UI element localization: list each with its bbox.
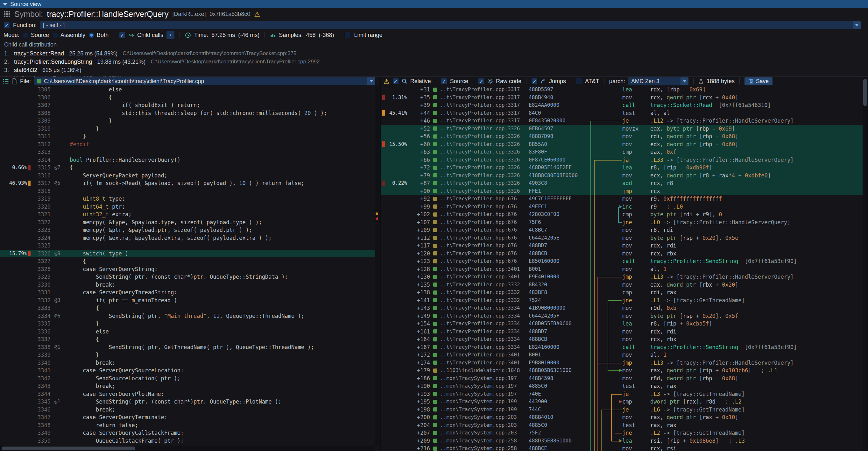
source-line[interactable]: 3338@1 SendString( ptr, GetThreadName( p… [0,343,375,351]
asm-source-location[interactable]: ..t\TracyProfiler.hpp:676 [433,242,529,250]
asm-row[interactable]: +102..t\TracyProfiler.hpp:67642803C0F00c… [381,211,863,218]
asm-source-location[interactable]: ..mon\TracySystem.cpp:199 [433,406,529,414]
asm-source-location[interactable]: ..t\TracyProfiler.cpp:3326 [433,141,529,148]
asm-source-location[interactable]: ..1103\include\atomic:1048 [433,367,529,374]
source-line[interactable]: 3318 [0,187,375,195]
source-line[interactable]: 3325 [0,242,375,250]
asm-row[interactable]: +123..t\TracyProfiler.hpp:676E850160000c… [381,257,863,265]
asm-source-location[interactable]: ..t\TracyProfiler.cpp:3326 [433,125,529,133]
asm-source-location[interactable]: ..t\TracyProfiler.hpp:676 [433,203,529,211]
asm-source-location[interactable]: ..t\TracyProfiler.cpp:3326 [433,132,529,141]
child-call-entry[interactable]: 1.tracy::Socket::Read25.25 ms (54.89%)C:… [4,49,864,58]
asm-source-location[interactable]: ..mon\TracySystem.cpp:197 [433,374,529,383]
source-line[interactable]: 3327 { [0,257,375,265]
function-combo[interactable]: [ - self - ] [40,21,861,29]
source-line[interactable]: 3329 SendString( ptr, (const char*)ptr, … [0,273,375,281]
asm-row[interactable]: +195..mon\TracySystem.cpp:199443900cmpdw… [381,398,863,406]
file-combo-arrow[interactable] [367,78,375,85]
asm-row[interactable]: +79..t\TracyProfiler.cpp:3326418B8C80E0B… [381,172,863,180]
source-checkbox[interactable]: ✓ [441,78,447,84]
source-line[interactable]: 3313 [0,148,375,156]
source-line[interactable]: 3321 uint32_t extra; [0,211,375,218]
source-line[interactable]: 3348 return false; [0,421,375,429]
asm-source-location[interactable]: ..t\TracyProfiler.hpp:676 [433,218,529,227]
source-line[interactable]: 3319 uint8_t type; [0,195,375,203]
asm-row[interactable]: +39..t\TracyProfiler.cpp:3317E824AA0000c… [381,101,863,109]
uarch-combo[interactable]: AMD Zen 3 [628,78,688,85]
asm-source-location[interactable]: ..t\TracyProfiler.cpp:3317 [433,109,529,117]
asm-row[interactable]: +138..t\TracyProfiler.cpp:3332483BF8cmpr… [381,289,863,297]
function-checkbox[interactable]: ✓ [3,22,10,28]
asm-source-location[interactable]: ..t\TracyProfiler.hpp:676 [433,250,529,258]
source-line[interactable]: 3324 memcpy( &extra, &payload.extra, siz… [0,234,375,242]
asm-row[interactable]: 15.50%+60..t\TracyProfiler.cpp:33268B55A… [381,141,863,148]
source-line[interactable]: 3347 case ServerQueryTerminate: [0,413,375,421]
source-line[interactable]: 3309 } [0,117,375,125]
source-line[interactable]: 3346 break; [0,406,375,414]
asm-source-location[interactable]: ..t\TracyProfiler.hpp:676 [433,234,529,242]
asm-row[interactable]: +216..mon\TracySystem.cpp:258488BCEmovrc… [381,445,863,451]
asm-source-location[interactable]: ..mon\TracySystem.cpp:197 [433,390,529,398]
source-line[interactable]: 3341 case ServerQuerySourceLocation: [0,367,375,374]
jumps-checkbox[interactable]: ✓ [531,78,537,84]
asm-source-location[interactable]: ..t\TracyProfiler.cpp:3317 [433,117,529,125]
asm-row[interactable]: 0.22%+87..t\TracyProfiler.cpp:33264903C8… [381,179,863,187]
source-line[interactable]: 46.93%3317@5 if( !m_sock->Read( &payload… [0,179,375,187]
asm-source-location[interactable]: ..t\TracyProfiler.cpp:3326 [433,172,529,180]
source-line[interactable]: 3323 memcpy( &ptr, &payload.ptr, sizeof(… [0,226,375,234]
asm-row[interactable]: +128..t\TracyProfiler.cpp:3401B001moval,… [381,265,863,273]
source-line[interactable]: 3334@6 SendString( ptr, "Main thread", 1… [0,312,375,320]
asm-source-location[interactable]: ..t\TracyProfiler.cpp:3326 [433,187,529,195]
asm-row[interactable]: +120..t\TracyProfiler.hpp:676488BCBmovrc… [381,250,863,258]
radio-assembly[interactable]: Assembly [52,32,85,38]
source-line[interactable]: 3320 uint64_t ptr; [0,203,375,211]
source-line[interactable]: 3306 { [0,94,375,101]
child-calls-checkbox[interactable]: ✓ [119,32,125,38]
asm-source-location[interactable]: ..mon\TracySystem.cpp:203 [433,421,529,429]
asm-row[interactable]: +92..t\TracyProfiler.hpp:67649C7C1FFFFFF… [381,195,863,203]
source-line[interactable]: 3311 } [0,132,375,141]
asm-source-location[interactable]: ..mon\TracySystem.cpp:258 [433,437,529,445]
asm-source-location[interactable]: ..t\TracyProfiler.cpp:3334 [433,343,529,351]
limit-range-checkbox[interactable] [344,32,351,38]
asm-source-location[interactable]: ..t\TracyProfiler.cpp:3334 [433,320,529,328]
source-line[interactable]: 3330 break; [0,281,375,289]
child-call-entry[interactable]: 3.stat64i32625 μs (1.36%) [4,66,864,74]
asm-row[interactable]: +161..t\TracyProfiler.cpp:3334488BD7movr… [381,328,863,336]
asm-source-location[interactable]: ..t\TracyProfiler.cpp:3332 [433,289,529,297]
source-vertical-scrollbar[interactable] [375,86,379,446]
source-line[interactable]: 3308 std::this_thread::sleep_for( std::c… [0,109,375,117]
asm-row[interactable]: +200..mon\TracySystem.cpp:203488B4010mov… [381,413,863,421]
asm-row[interactable]: +52..t\TracyProfiler.cpp:33260FB64597mov… [381,125,863,133]
asm-source-location[interactable]: ..t\TracyProfiler.hpp:676 [433,211,529,218]
source-line[interactable]: 3333 { [0,304,375,312]
asm-row[interactable]: +141..t\TracyProfiler.cpp:33327524jne.L1… [381,297,863,304]
asm-source-location[interactable]: ..t\TracyProfiler.hpp:676 [433,257,529,265]
source-line[interactable]: 3345@1 SendString( ptr, (const char*)ptr… [0,398,375,406]
source-line[interactable]: 3314bool Profiler::HandleServerQuery() [0,156,375,164]
source-line[interactable]: 3350 QueueCallstackFrame( ptr ); [0,437,375,445]
asm-row[interactable]: +63..t\TracyProfiler.cpp:332683F80Fcmpea… [381,148,863,156]
source-line[interactable]: 0.66%3315@7{ [0,164,375,172]
asm-row[interactable]: 1.31%+35..t\TracyProfiler.cpp:3317488B49… [381,94,863,101]
asm-row[interactable]: +204..mon\TracySystem.cpp:2034885C0testr… [381,421,863,429]
source-line[interactable]: 3340 break; [0,359,375,367]
asm-source-location[interactable]: ..t\TracyProfiler.cpp:3334 [433,335,529,343]
source-line[interactable]: 3316 ServerQueryPacket payload; [0,172,375,180]
child-call-entry[interactable]: 4.KeSynchronizeExecution125 μs (0.27%) [4,74,864,77]
asm-row[interactable]: +207..mon\TracySystem.cpp:20375F2jne.L2 … [381,429,863,437]
source-line[interactable]: 3305 else [0,86,375,94]
asm-source-location[interactable]: ..t\TracyProfiler.cpp:3401 [433,359,529,367]
asm-row[interactable]: 45.41%+44..t\TracyProfiler.cpp:331784C0t… [381,109,863,117]
att-checkbox[interactable] [576,78,582,84]
asm-source-location[interactable]: ..t\TracyProfiler.cpp:3401 [433,351,529,359]
asm-row[interactable]: +193..mon\TracySystem.cpp:197740Eje.L3 -… [381,390,863,398]
asm-source-location[interactable]: ..t\TracyProfiler.cpp:3326 [433,179,529,187]
file-combo[interactable]: C:\Users\wolf\Desktop\darkrl\contrib\tra… [34,78,375,85]
source-line[interactable]: 3337 { [0,335,375,343]
source-line[interactable]: 3312#endif [0,141,375,148]
asm-row[interactable]: +179..1103\include\atomic:1048488B05B63C… [381,367,863,374]
asm-row[interactable]: +66..t\TracyProfiler.cpp:33260F87CE06000… [381,156,863,164]
asm-source-location[interactable]: ..t\TracyProfiler.cpp:3326 [433,156,529,164]
source-line[interactable]: 3343 break; [0,382,375,390]
